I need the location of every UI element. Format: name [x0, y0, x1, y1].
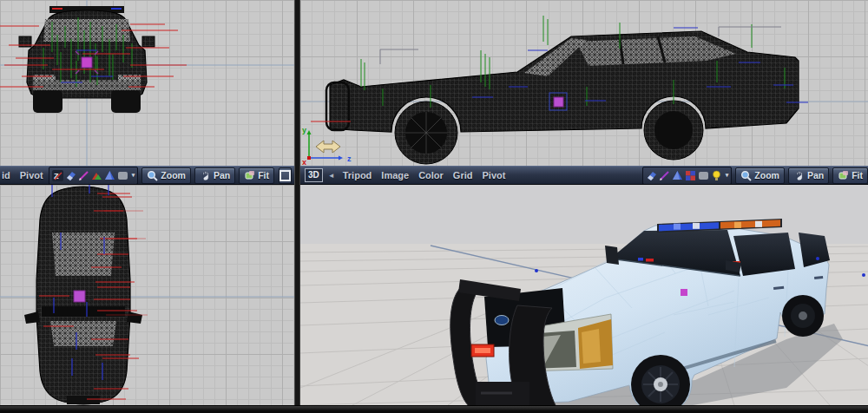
- viewport-top-wireframe[interactable]: [0, 185, 294, 405]
- pan-button-label: Pan: [807, 170, 824, 180]
- viewport-front-wireframe[interactable]: [0, 0, 294, 166]
- right-viewport-toolbar: 3D ◄ Tripod Image Color Grid Pivot ▾ Zoo…: [300, 166, 868, 185]
- eraser-shade-icon[interactable]: [65, 170, 76, 181]
- fit-icon: [838, 170, 849, 181]
- cone-shade-icon[interactable]: [104, 170, 115, 181]
- app-window: y x z id Pivot Z ▾ Zoom Pan: [0, 0, 868, 413]
- side-wireframe-canvas: y x z: [300, 0, 868, 166]
- pan-button-left[interactable]: Pan: [194, 167, 235, 184]
- fit-button-label: Fit: [852, 170, 863, 180]
- magnifier-icon: [147, 170, 158, 181]
- magnifier-icon: [740, 170, 752, 181]
- bottom-border: [0, 405, 868, 413]
- eraser-shade-icon[interactable]: [646, 170, 657, 181]
- top-pivot-marker[interactable]: [74, 291, 85, 302]
- hand-icon: [200, 170, 211, 181]
- fit-button-right[interactable]: Fit: [832, 167, 868, 184]
- rear-wheel: [782, 295, 824, 337]
- menu-item-grid[interactable]: Grid: [453, 170, 473, 180]
- cone-shade-icon[interactable]: [672, 170, 683, 181]
- dash-light-blue: [638, 258, 643, 261]
- checker-texture-icon[interactable]: [685, 170, 696, 181]
- pen-wire-icon[interactable]: [659, 170, 670, 181]
- zoom-button-right[interactable]: Zoom: [735, 167, 785, 184]
- pan-cursor-icon: [316, 141, 340, 153]
- blue-marker-2: [862, 273, 865, 277]
- zoom-button-left[interactable]: Zoom: [141, 167, 191, 184]
- menu-item-pivot-right[interactable]: Pivot: [482, 170, 505, 180]
- menu-item-pivot[interactable]: Pivot: [20, 170, 43, 180]
- menu-item-tripod[interactable]: Tripod: [343, 170, 372, 180]
- menu-item-color[interactable]: Color: [418, 170, 444, 180]
- fit-icon: [244, 170, 255, 181]
- pen-wire-icon[interactable]: [78, 170, 89, 181]
- multicolor-shade-icon[interactable]: [91, 170, 102, 181]
- dash-light-red: [646, 259, 654, 262]
- render-dropdown-icon[interactable]: ▾: [726, 172, 729, 179]
- axis-label-y: y: [302, 126, 306, 134]
- ford-emblem: [495, 316, 509, 325]
- render-mode-icon-group: ▾: [642, 167, 733, 185]
- flat-shade-icon[interactable]: [698, 170, 709, 181]
- pan-button-right[interactable]: Pan: [788, 167, 829, 184]
- 3d-canvas: [300, 185, 868, 405]
- flat-shade-icon[interactable]: [117, 170, 128, 181]
- maximize-icon: [279, 170, 291, 181]
- blue-marker-1: [816, 257, 819, 260]
- lightbulb-icon[interactable]: [711, 170, 722, 181]
- hand-icon: [793, 170, 805, 181]
- zoom-button-label: Zoom: [754, 170, 779, 180]
- menu-item-image[interactable]: Image: [381, 170, 409, 180]
- ground-blue-marker: [535, 269, 538, 272]
- menu-item-grid-clipped[interactable]: id: [2, 170, 10, 180]
- left-viewport-toolbar: id Pivot Z ▾ Zoom Pan Fit: [0, 166, 294, 185]
- viewport-side-wireframe[interactable]: y x z: [300, 0, 868, 166]
- spotlight: [605, 246, 619, 265]
- front-wireframe-canvas: [0, 0, 294, 166]
- pivot-marker-3d[interactable]: [681, 289, 687, 296]
- view-mode-button[interactable]: 3D: [305, 168, 323, 182]
- collapse-arrow-icon[interactable]: ◄: [328, 172, 335, 180]
- wireframe-z-mode-icon[interactable]: Z: [52, 170, 63, 181]
- fit-button-left[interactable]: Fit: [239, 167, 274, 184]
- shade-dropdown-icon[interactable]: ▾: [132, 172, 135, 179]
- viewport-3d-perspective[interactable]: [300, 185, 868, 405]
- maximize-viewport-button[interactable]: [279, 167, 292, 184]
- front-door-window: [733, 233, 795, 276]
- pan-button-label: Pan: [214, 170, 230, 180]
- zoom-button-label: Zoom: [161, 170, 186, 180]
- top-wireframe-canvas: [0, 185, 294, 405]
- fit-button-label: Fit: [258, 170, 269, 180]
- viewport-splitter[interactable]: [294, 0, 300, 405]
- axis-label-x: x: [302, 158, 306, 166]
- draw-mode-icon-group: Z ▾: [49, 167, 139, 185]
- axis-label-z: z: [347, 154, 352, 163]
